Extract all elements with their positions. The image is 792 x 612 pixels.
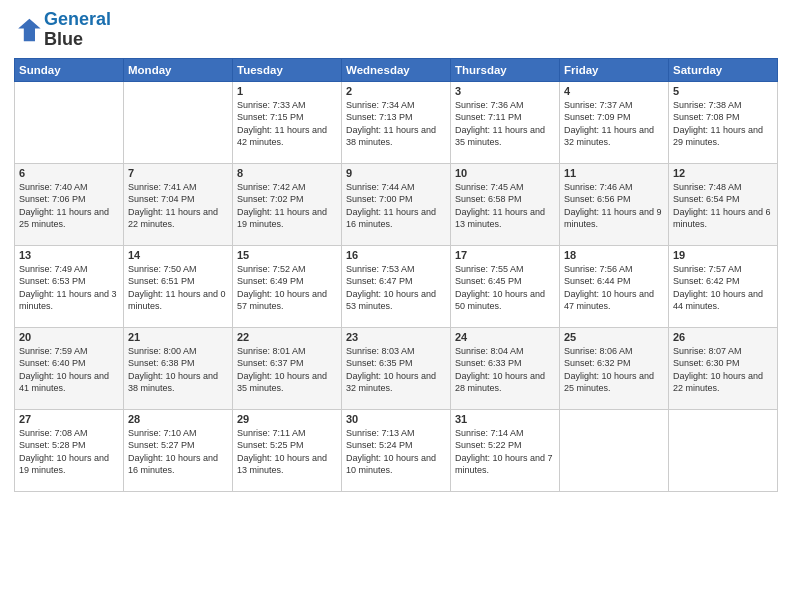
calendar-cell: 11 Sunrise: 7:46 AMSunset: 6:56 PMDaylig…	[560, 163, 669, 245]
calendar-week: 20 Sunrise: 7:59 AMSunset: 6:40 PMDaylig…	[15, 327, 778, 409]
cell-text: Sunrise: 7:41 AMSunset: 7:04 PMDaylight:…	[128, 181, 228, 231]
calendar-cell: 26 Sunrise: 8:07 AMSunset: 6:30 PMDaylig…	[669, 327, 778, 409]
day-number: 14	[128, 249, 228, 261]
day-header: Friday	[560, 58, 669, 81]
cell-text: Sunrise: 7:37 AMSunset: 7:09 PMDaylight:…	[564, 99, 664, 149]
cell-text: Sunrise: 7:53 AMSunset: 6:47 PMDaylight:…	[346, 263, 446, 313]
day-number: 29	[237, 413, 337, 425]
calendar-cell: 12 Sunrise: 7:48 AMSunset: 6:54 PMDaylig…	[669, 163, 778, 245]
day-number: 7	[128, 167, 228, 179]
cell-text: Sunrise: 7:14 AMSunset: 5:22 PMDaylight:…	[455, 427, 555, 477]
day-number: 10	[455, 167, 555, 179]
calendar-cell: 31 Sunrise: 7:14 AMSunset: 5:22 PMDaylig…	[451, 409, 560, 491]
calendar-cell: 22 Sunrise: 8:01 AMSunset: 6:37 PMDaylig…	[233, 327, 342, 409]
day-number: 6	[19, 167, 119, 179]
day-number: 13	[19, 249, 119, 261]
day-header: Thursday	[451, 58, 560, 81]
cell-text: Sunrise: 7:45 AMSunset: 6:58 PMDaylight:…	[455, 181, 555, 231]
page: General Blue SundayMondayTuesdayWednesda…	[0, 0, 792, 612]
day-header: Tuesday	[233, 58, 342, 81]
day-header: Wednesday	[342, 58, 451, 81]
calendar-cell: 20 Sunrise: 7:59 AMSunset: 6:40 PMDaylig…	[15, 327, 124, 409]
calendar-cell: 25 Sunrise: 8:06 AMSunset: 6:32 PMDaylig…	[560, 327, 669, 409]
logo-text: General Blue	[44, 10, 111, 50]
day-number: 27	[19, 413, 119, 425]
cell-text: Sunrise: 7:38 AMSunset: 7:08 PMDaylight:…	[673, 99, 773, 149]
cell-text: Sunrise: 7:56 AMSunset: 6:44 PMDaylight:…	[564, 263, 664, 313]
cell-text: Sunrise: 7:59 AMSunset: 6:40 PMDaylight:…	[19, 345, 119, 395]
logo: General Blue	[14, 10, 111, 50]
day-number: 31	[455, 413, 555, 425]
cell-text: Sunrise: 7:44 AMSunset: 7:00 PMDaylight:…	[346, 181, 446, 231]
calendar-cell: 28 Sunrise: 7:10 AMSunset: 5:27 PMDaylig…	[124, 409, 233, 491]
cell-text: Sunrise: 8:06 AMSunset: 6:32 PMDaylight:…	[564, 345, 664, 395]
calendar-cell: 24 Sunrise: 8:04 AMSunset: 6:33 PMDaylig…	[451, 327, 560, 409]
cell-text: Sunrise: 7:08 AMSunset: 5:28 PMDaylight:…	[19, 427, 119, 477]
calendar-cell	[15, 81, 124, 163]
calendar-cell: 15 Sunrise: 7:52 AMSunset: 6:49 PMDaylig…	[233, 245, 342, 327]
day-header: Monday	[124, 58, 233, 81]
cell-text: Sunrise: 7:34 AMSunset: 7:13 PMDaylight:…	[346, 99, 446, 149]
calendar-cell: 1 Sunrise: 7:33 AMSunset: 7:15 PMDayligh…	[233, 81, 342, 163]
day-number: 20	[19, 331, 119, 343]
calendar-week: 27 Sunrise: 7:08 AMSunset: 5:28 PMDaylig…	[15, 409, 778, 491]
day-header: Saturday	[669, 58, 778, 81]
cell-text: Sunrise: 7:57 AMSunset: 6:42 PMDaylight:…	[673, 263, 773, 313]
calendar-cell: 4 Sunrise: 7:37 AMSunset: 7:09 PMDayligh…	[560, 81, 669, 163]
calendar-cell: 7 Sunrise: 7:41 AMSunset: 7:04 PMDayligh…	[124, 163, 233, 245]
day-number: 12	[673, 167, 773, 179]
cell-text: Sunrise: 8:04 AMSunset: 6:33 PMDaylight:…	[455, 345, 555, 395]
day-number: 5	[673, 85, 773, 97]
calendar-cell: 17 Sunrise: 7:55 AMSunset: 6:45 PMDaylig…	[451, 245, 560, 327]
header-row: SundayMondayTuesdayWednesdayThursdayFrid…	[15, 58, 778, 81]
day-number: 11	[564, 167, 664, 179]
calendar-cell: 9 Sunrise: 7:44 AMSunset: 7:00 PMDayligh…	[342, 163, 451, 245]
cell-text: Sunrise: 7:40 AMSunset: 7:06 PMDaylight:…	[19, 181, 119, 231]
cell-text: Sunrise: 8:03 AMSunset: 6:35 PMDaylight:…	[346, 345, 446, 395]
cell-text: Sunrise: 7:36 AMSunset: 7:11 PMDaylight:…	[455, 99, 555, 149]
day-number: 18	[564, 249, 664, 261]
day-number: 23	[346, 331, 446, 343]
logo-icon	[14, 16, 42, 44]
cell-text: Sunrise: 8:00 AMSunset: 6:38 PMDaylight:…	[128, 345, 228, 395]
day-number: 24	[455, 331, 555, 343]
cell-text: Sunrise: 7:10 AMSunset: 5:27 PMDaylight:…	[128, 427, 228, 477]
day-number: 1	[237, 85, 337, 97]
calendar-cell: 2 Sunrise: 7:34 AMSunset: 7:13 PMDayligh…	[342, 81, 451, 163]
calendar-cell	[124, 81, 233, 163]
day-number: 30	[346, 413, 446, 425]
cell-text: Sunrise: 8:01 AMSunset: 6:37 PMDaylight:…	[237, 345, 337, 395]
calendar-week: 1 Sunrise: 7:33 AMSunset: 7:15 PMDayligh…	[15, 81, 778, 163]
calendar-cell: 8 Sunrise: 7:42 AMSunset: 7:02 PMDayligh…	[233, 163, 342, 245]
cell-text: Sunrise: 7:48 AMSunset: 6:54 PMDaylight:…	[673, 181, 773, 231]
calendar-cell: 14 Sunrise: 7:50 AMSunset: 6:51 PMDaylig…	[124, 245, 233, 327]
calendar-week: 6 Sunrise: 7:40 AMSunset: 7:06 PMDayligh…	[15, 163, 778, 245]
calendar-cell	[669, 409, 778, 491]
day-number: 22	[237, 331, 337, 343]
calendar-cell: 10 Sunrise: 7:45 AMSunset: 6:58 PMDaylig…	[451, 163, 560, 245]
calendar-table: SundayMondayTuesdayWednesdayThursdayFrid…	[14, 58, 778, 492]
cell-text: Sunrise: 7:49 AMSunset: 6:53 PMDaylight:…	[19, 263, 119, 313]
svg-marker-0	[18, 19, 40, 41]
calendar-cell: 16 Sunrise: 7:53 AMSunset: 6:47 PMDaylig…	[342, 245, 451, 327]
calendar-cell: 23 Sunrise: 8:03 AMSunset: 6:35 PMDaylig…	[342, 327, 451, 409]
day-number: 2	[346, 85, 446, 97]
day-number: 21	[128, 331, 228, 343]
day-number: 17	[455, 249, 555, 261]
calendar-week: 13 Sunrise: 7:49 AMSunset: 6:53 PMDaylig…	[15, 245, 778, 327]
day-number: 26	[673, 331, 773, 343]
day-number: 15	[237, 249, 337, 261]
day-number: 16	[346, 249, 446, 261]
cell-text: Sunrise: 7:52 AMSunset: 6:49 PMDaylight:…	[237, 263, 337, 313]
cell-text: Sunrise: 7:46 AMSunset: 6:56 PMDaylight:…	[564, 181, 664, 231]
day-number: 25	[564, 331, 664, 343]
header: General Blue	[14, 10, 778, 50]
day-number: 28	[128, 413, 228, 425]
calendar-cell: 29 Sunrise: 7:11 AMSunset: 5:25 PMDaylig…	[233, 409, 342, 491]
day-number: 3	[455, 85, 555, 97]
calendar-cell: 6 Sunrise: 7:40 AMSunset: 7:06 PMDayligh…	[15, 163, 124, 245]
day-header: Sunday	[15, 58, 124, 81]
cell-text: Sunrise: 7:11 AMSunset: 5:25 PMDaylight:…	[237, 427, 337, 477]
calendar-cell: 30 Sunrise: 7:13 AMSunset: 5:24 PMDaylig…	[342, 409, 451, 491]
calendar-cell: 3 Sunrise: 7:36 AMSunset: 7:11 PMDayligh…	[451, 81, 560, 163]
